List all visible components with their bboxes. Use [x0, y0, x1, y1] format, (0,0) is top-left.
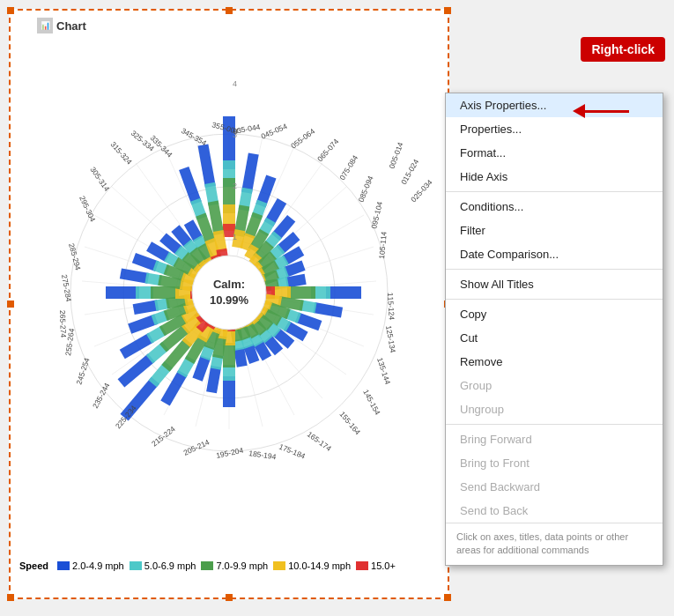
svg-text:115-124: 115-124 [386, 293, 396, 321]
separator-3 [446, 299, 663, 300]
handle-tr[interactable] [444, 7, 451, 14]
menu-item-send-to-back: Send to Back [446, 499, 663, 523]
svg-text:195-204: 195-204 [215, 446, 244, 460]
menu-label-hide-axis: Hide Axis [460, 170, 507, 183]
menu-label-send-backward: Send Backward [460, 480, 540, 494]
svg-text:075-084: 075-084 [337, 153, 359, 182]
menu-label-group: Group [460, 379, 492, 392]
svg-text:065-074: 065-074 [315, 137, 340, 163]
arrow-line [585, 110, 629, 113]
menu-item-bring-to-front: Bring to Front [446, 451, 663, 475]
wind-rose-svg: Calm: 10.99% 1 2 3 4 005-014 015-024 025… [26, 55, 432, 513]
svg-text:045-054: 045-054 [260, 122, 289, 141]
menu-label-axis-properties: Axis Properties... [460, 99, 546, 112]
svg-text:055-064: 055-064 [289, 127, 316, 151]
svg-text:005-014: 005-014 [387, 141, 404, 170]
menu-label-properties: Properties... [460, 122, 522, 136]
menu-label-bring-to-front: Bring to Front [460, 456, 530, 470]
svg-text:1: 1 [233, 233, 237, 241]
menu-item-cut[interactable]: Cut [446, 326, 663, 350]
handle-tm[interactable] [226, 7, 233, 14]
separator-1 [446, 191, 663, 192]
svg-text:345-354: 345-354 [180, 126, 208, 147]
chart-container: 📊 Chart [9, 9, 449, 599]
menu-item-remove[interactable]: Remove [446, 350, 663, 374]
legend-item-1: 2.0-4.9 mph [57, 560, 124, 571]
svg-rect-106 [223, 376, 235, 407]
menu-label-copy: Copy [460, 308, 486, 321]
svg-text:025-034: 025-034 [409, 178, 432, 204]
svg-text:Calm:: Calm: [213, 278, 245, 291]
menu-item-conditions[interactable]: Conditions... [446, 195, 663, 219]
legend-item-5: 15.0+ [356, 560, 396, 571]
svg-text:015-024: 015-024 [399, 158, 420, 186]
handle-br[interactable] [444, 594, 451, 601]
menu-item-properties[interactable]: Properties... [446, 117, 663, 141]
chart-title-text: Chart [56, 19, 86, 33]
legend-color-2 [130, 561, 142, 570]
svg-text:085-094: 085-094 [357, 174, 375, 204]
svg-rect-74 [313, 302, 343, 317]
svg-point-185 [192, 256, 266, 330]
legend-color-1 [57, 561, 70, 570]
menu-item-copy[interactable]: Copy [446, 302, 663, 326]
svg-text:205-214: 205-214 [182, 437, 211, 456]
menu-label-cut: Cut [460, 331, 478, 345]
svg-text:145-154: 145-154 [361, 388, 382, 416]
right-click-callout: Right-click [581, 37, 665, 62]
menu-label-ungroup: Ungroup [460, 403, 504, 416]
legend-label-3: 7.0-9.9 mph [216, 560, 268, 571]
svg-rect-111 [206, 366, 221, 394]
svg-rect-37 [241, 152, 259, 193]
wind-rose-area: Calm: 10.99% 1 2 3 4 005-014 015-024 025… [11, 37, 448, 531]
menu-item-hide-axis[interactable]: Hide Axis [446, 165, 663, 189]
menu-item-format[interactable]: Format... [446, 141, 663, 165]
svg-text:125-134: 125-134 [384, 325, 397, 354]
handle-bl[interactable] [7, 594, 14, 601]
handle-tl[interactable] [7, 7, 14, 14]
legend-item-4: 10.0-14.9 mph [273, 560, 351, 571]
svg-text:155-164: 155-164 [337, 410, 362, 437]
menu-label-show-all-titles: Show All Titles [460, 278, 534, 291]
svg-text:4: 4 [233, 79, 237, 88]
menu-item-filter[interactable]: Filter [446, 219, 663, 242]
menu-label-date-comparison: Date Comparison... [460, 248, 559, 261]
handle-bm[interactable] [226, 594, 233, 601]
separator-2 [446, 269, 663, 270]
menu-item-ungroup: Ungroup [446, 397, 663, 421]
legend-item-2: 5.0-6.9 mph [130, 560, 196, 571]
arrow-pointer [573, 104, 629, 118]
menu-item-send-backward: Send Backward [446, 475, 663, 499]
svg-rect-146 [106, 286, 139, 299]
callout-text: Right-click [591, 42, 655, 56]
menu-item-date-comparison[interactable]: Date Comparison... [446, 242, 663, 266]
menu-item-bring-forward: Bring Forward [446, 427, 663, 451]
legend-color-5 [356, 561, 368, 570]
menu-label-remove: Remove [460, 355, 502, 368]
svg-rect-69 [326, 286, 361, 299]
menu-item-show-all-titles[interactable]: Show All Titles [446, 272, 663, 296]
arrow-head [573, 104, 585, 118]
svg-text:165-174: 165-174 [306, 430, 333, 454]
svg-text:135-144: 135-144 [375, 357, 392, 386]
svg-rect-180 [198, 145, 216, 188]
menu-label-conditions: Conditions... [460, 200, 523, 213]
menu-label-bring-forward: Bring Forward [460, 433, 532, 446]
svg-text:215-224: 215-224 [150, 424, 177, 448]
svg-text:2: 2 [233, 182, 237, 190]
legend-label-1: 2.0-4.9 mph [72, 560, 124, 571]
menu-label-format: Format... [460, 146, 506, 160]
svg-rect-71 [287, 286, 315, 299]
legend-label-2: 5.0-6.9 mph [144, 560, 196, 571]
legend-item-3: 7.0-9.9 mph [201, 560, 268, 571]
menu-item-axis-properties[interactable]: Axis Properties... [446, 93, 663, 117]
bottom-note-text: Click on axes, titles, data points or ot… [456, 531, 628, 555]
svg-text:245-254: 245-254 [74, 357, 91, 386]
svg-text:10.99%: 10.99% [210, 293, 249, 307]
svg-text:095-104: 095-104 [369, 201, 384, 230]
legend-label-5: 15.0+ [371, 560, 396, 571]
legend-speed-label: Speed [19, 560, 48, 571]
menu-bottom-note: Click on axes, titles, data points or ot… [446, 523, 663, 565]
legend-color-3 [201, 561, 213, 570]
legend-label-4: 10.0-14.9 mph [288, 560, 351, 571]
